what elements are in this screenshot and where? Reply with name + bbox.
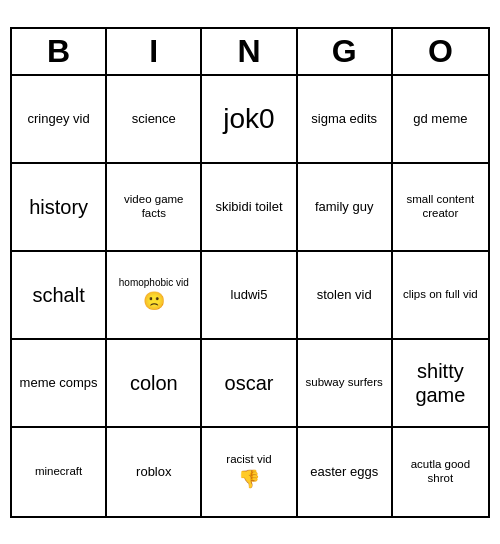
bingo-header-letter: B	[12, 29, 107, 74]
bingo-header-letter: G	[298, 29, 393, 74]
bingo-cell: stolen vid	[298, 252, 393, 340]
bingo-cell: oscar	[202, 340, 297, 428]
bingo-cell: minecraft	[12, 428, 107, 516]
bingo-cell: roblox	[107, 428, 202, 516]
bingo-cell: sigma edits	[298, 76, 393, 164]
bingo-cell: shitty game	[393, 340, 488, 428]
cell-text: acutla good shrot	[397, 458, 484, 486]
bingo-cell: colon	[107, 340, 202, 428]
bingo-cell: gd meme	[393, 76, 488, 164]
cell-text: homophobic vid	[119, 277, 189, 289]
cell-text: science	[132, 111, 176, 127]
bingo-cell: ludwi5	[202, 252, 297, 340]
cell-text: meme comps	[20, 375, 98, 391]
bingo-cell: acutla good shrot	[393, 428, 488, 516]
bingo-cell: clips on full vid	[393, 252, 488, 340]
cell-text: clips on full vid	[403, 288, 478, 302]
cell-text: gd meme	[413, 111, 467, 127]
cell-text: small content creator	[397, 193, 484, 221]
cell-text: colon	[130, 371, 178, 395]
cell-text: minecraft	[35, 465, 82, 479]
bingo-cell: cringey vid	[12, 76, 107, 164]
bingo-cell: small content creator	[393, 164, 488, 252]
bingo-cell: schalt	[12, 252, 107, 340]
bingo-header-letter: I	[107, 29, 202, 74]
bingo-cell: science	[107, 76, 202, 164]
bingo-cell: family guy	[298, 164, 393, 252]
bingo-header-letter: N	[202, 29, 297, 74]
cell-text: subway surfers	[306, 376, 383, 390]
cell-text: family guy	[315, 199, 374, 215]
bingo-cell: homophobic vid🙁	[107, 252, 202, 340]
bingo-card: BINGO cringey vidsciencejok0sigma editsg…	[10, 27, 490, 518]
cell-text: jok0	[223, 102, 274, 136]
bingo-grid: cringey vidsciencejok0sigma editsgd meme…	[12, 76, 488, 516]
cell-text: skibidi toilet	[215, 199, 282, 215]
bingo-cell: subway surfers	[298, 340, 393, 428]
cell-text: oscar	[225, 371, 274, 395]
bingo-cell: history	[12, 164, 107, 252]
cell-text: roblox	[136, 464, 171, 480]
cell-text: history	[29, 195, 88, 219]
bingo-cell: racist vid👎	[202, 428, 297, 516]
cell-text: easter eggs	[310, 464, 378, 480]
bingo-cell: jok0	[202, 76, 297, 164]
cell-text: cringey vid	[28, 111, 90, 127]
cell-emoji: 👎	[238, 469, 260, 491]
cell-emoji: 🙁	[143, 291, 165, 313]
cell-text: shitty game	[397, 359, 484, 407]
bingo-header-letter: O	[393, 29, 488, 74]
cell-text: racist vid	[226, 453, 271, 467]
bingo-cell: video game facts	[107, 164, 202, 252]
bingo-header: BINGO	[12, 29, 488, 76]
cell-text: schalt	[32, 283, 84, 307]
bingo-cell: skibidi toilet	[202, 164, 297, 252]
cell-text: video game facts	[111, 193, 196, 221]
cell-text: stolen vid	[317, 287, 372, 303]
cell-text: sigma edits	[311, 111, 377, 127]
cell-text: ludwi5	[231, 287, 268, 303]
bingo-cell: meme comps	[12, 340, 107, 428]
bingo-cell: easter eggs	[298, 428, 393, 516]
